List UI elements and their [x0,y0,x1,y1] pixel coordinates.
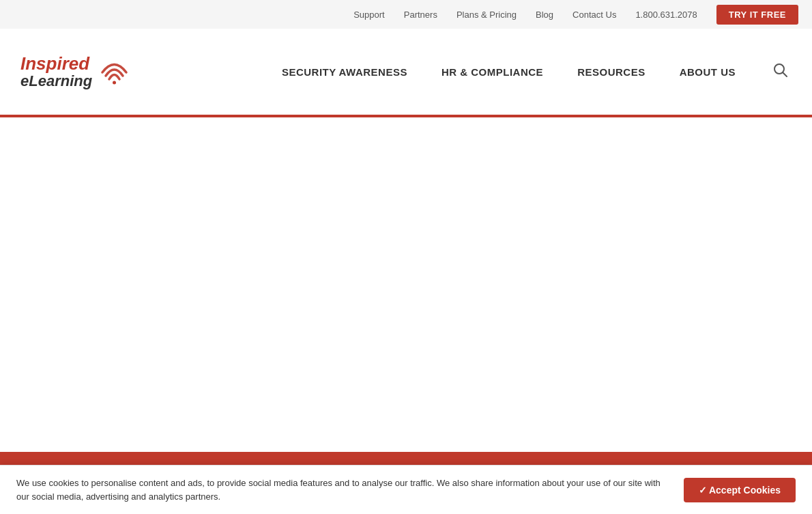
partners-link[interactable]: Partners [404,10,437,20]
logo-inspired: Inspired [20,54,92,74]
try-free-button[interactable]: TRY IT FREE [716,5,798,25]
blog-link[interactable]: Blog [536,10,553,20]
logo-text: Inspired eLearning [20,54,92,90]
nav-resources[interactable]: RESOURCES [577,66,646,78]
svg-point-0 [113,81,116,84]
phone-link[interactable]: 1.800.631.2078 [635,10,697,20]
logo-link[interactable]: Inspired eLearning [20,53,133,91]
search-button[interactable] [770,59,792,85]
nav-about-us[interactable]: ABOUT US [680,66,736,78]
support-link[interactable]: Support [353,10,385,20]
svg-line-2 [783,72,787,76]
logo-icon [96,53,133,91]
main-navigation: Inspired eLearning SECURITY AWARENESS HR… [0,29,812,117]
contact-us-link[interactable]: Contact Us [572,10,616,20]
hero-section [0,117,812,452]
top-utility-bar: Support Partners Plans & Pricing Blog Co… [0,0,812,29]
logo-elearning: eLearning [20,73,92,89]
nav-links: SECURITY AWARENESS HR & COMPLIANCE RESOU… [282,59,792,85]
cookie-message: We use cookies to personalise content an… [16,476,663,503]
accept-cookies-button[interactable]: ✓ Accept Cookies [684,478,796,502]
nav-hr-compliance[interactable]: HR & COMPLIANCE [441,66,543,78]
nav-security-awareness[interactable]: SECURITY AWARENESS [282,66,407,78]
cookie-banner: We use cookies to personalise content an… [0,465,812,514]
plans-pricing-link[interactable]: Plans & Pricing [456,10,517,20]
